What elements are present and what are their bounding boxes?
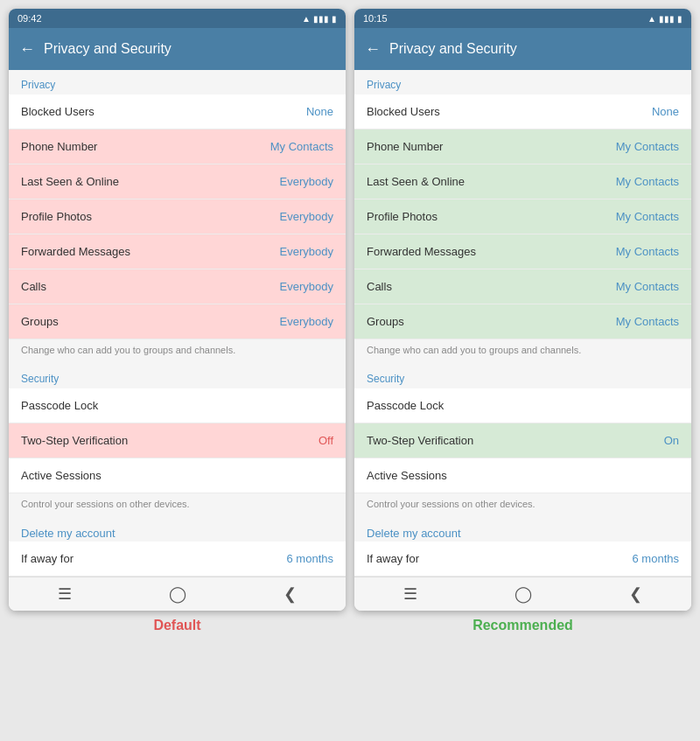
left-two-step-row[interactable]: Two-Step Verification Off	[9, 423, 346, 458]
right-forwarded-messages-row[interactable]: Forwarded Messages My Contacts	[354, 234, 691, 269]
right-blocked-users-row[interactable]: Blocked Users None	[354, 94, 691, 129]
right-if-away-row[interactable]: If away for 6 months	[354, 542, 691, 577]
right-profile-photos-row[interactable]: Profile Photos My Contacts	[354, 199, 691, 234]
right-content: Privacy Blocked Users None Phone Number …	[354, 70, 691, 577]
right-groups-value: My Contacts	[616, 315, 679, 328]
right-delete-account-link[interactable]: Delete my account	[354, 518, 691, 542]
left-phone: 09:42 ▲ ▮▮▮ ▮ ← Privacy and Security Pri…	[9, 9, 346, 611]
battery-icon: ▮	[332, 14, 337, 24]
left-profile-photos-row[interactable]: Profile Photos Everybody	[9, 199, 346, 234]
left-blocked-users-value: None	[306, 105, 333, 118]
right-signal-icon: ▮▮▮	[659, 14, 675, 24]
left-phone-number-row[interactable]: Phone Number My Contacts	[9, 129, 346, 164]
left-groups-hint: Change who can add you to groups and cha…	[9, 339, 346, 364]
right-passcode-lock-label: Passcode Lock	[367, 399, 444, 412]
left-forwarded-messages-row[interactable]: Forwarded Messages Everybody	[9, 234, 346, 269]
signal-icon: ▮▮▮	[313, 14, 329, 24]
left-back-button[interactable]: ←	[19, 40, 35, 59]
left-phone-number-label: Phone Number	[21, 140, 97, 153]
right-last-seen-label: Last Seen & Online	[367, 175, 465, 188]
right-groups-row[interactable]: Groups My Contacts	[354, 304, 691, 339]
right-battery-icon: ▮	[677, 14, 682, 24]
left-nav-menu-icon[interactable]: ☰	[58, 584, 72, 604]
right-calls-label: Calls	[367, 280, 392, 293]
left-profile-photos-label: Profile Photos	[21, 210, 92, 223]
right-calls-row[interactable]: Calls My Contacts	[354, 269, 691, 304]
left-last-seen-row[interactable]: Last Seen & Online Everybody	[9, 164, 346, 199]
left-forwarded-messages-label: Forwarded Messages	[21, 245, 130, 258]
right-nav-home-icon[interactable]: ◯	[514, 584, 532, 604]
right-blocked-users-value: None	[652, 105, 679, 118]
left-nav-bar: ☰ ◯ ❮	[9, 577, 346, 611]
right-active-sessions-label: Active Sessions	[367, 469, 447, 482]
right-passcode-lock-row[interactable]: Passcode Lock	[354, 388, 691, 423]
right-time: 10:15	[363, 13, 388, 24]
right-status-icons: ▲ ▮▮▮ ▮	[648, 14, 682, 24]
left-delete-account-link[interactable]: Delete my account	[9, 518, 346, 542]
left-groups-row[interactable]: Groups Everybody	[9, 304, 346, 339]
recommended-label: Recommended	[354, 618, 691, 633]
left-status-icons: ▲ ▮▮▮ ▮	[302, 14, 337, 24]
left-if-away-value: 6 months	[287, 552, 333, 565]
left-if-away-row[interactable]: If away for 6 months	[9, 542, 346, 577]
left-forwarded-messages-value: Everybody	[280, 245, 333, 258]
right-two-step-label: Two-Step Verification	[367, 434, 473, 447]
right-if-away-label: If away for	[367, 552, 419, 565]
left-active-sessions-row[interactable]: Active Sessions	[9, 458, 346, 493]
right-two-step-value: On	[664, 434, 679, 447]
right-profile-photos-value: My Contacts	[616, 210, 679, 223]
left-time: 09:42	[18, 13, 42, 24]
left-passcode-lock-row[interactable]: Passcode Lock	[9, 388, 346, 423]
right-groups-hint: Change who can add you to groups and cha…	[354, 339, 691, 364]
left-sessions-hint: Control your sessions on other devices.	[9, 493, 346, 518]
left-if-away-label: If away for	[21, 552, 74, 565]
right-page-title: Privacy and Security	[389, 41, 517, 57]
right-forwarded-messages-value: My Contacts	[616, 245, 679, 258]
left-security-label: Security	[9, 364, 346, 388]
left-blocked-users-row[interactable]: Blocked Users None	[9, 94, 346, 129]
left-active-sessions-label: Active Sessions	[21, 469, 102, 482]
right-blocked-users-label: Blocked Users	[367, 105, 440, 118]
right-phone-number-value: My Contacts	[616, 140, 679, 153]
right-wifi-icon: ▲	[648, 14, 656, 24]
right-calls-value: My Contacts	[616, 280, 679, 293]
right-phone-number-label: Phone Number	[367, 140, 443, 153]
left-calls-value: Everybody	[280, 280, 333, 293]
right-back-button[interactable]: ←	[365, 40, 381, 59]
left-groups-value: Everybody	[280, 315, 333, 328]
left-phone-number-value: My Contacts	[270, 140, 333, 153]
wifi-icon: ▲	[302, 14, 311, 24]
right-nav-back-icon[interactable]: ❮	[629, 584, 642, 604]
right-last-seen-value: My Contacts	[616, 175, 679, 188]
left-last-seen-value: Everybody	[280, 175, 333, 188]
right-two-step-row[interactable]: Two-Step Verification On	[354, 423, 691, 458]
left-groups-label: Groups	[21, 315, 59, 328]
right-last-seen-row[interactable]: Last Seen & Online My Contacts	[354, 164, 691, 199]
left-two-step-value: Off	[318, 434, 333, 447]
right-security-label: Security	[354, 364, 691, 388]
left-two-step-label: Two-Step Verification	[21, 434, 128, 447]
right-nav-bar: ☰ ◯ ❮	[354, 577, 691, 611]
left-calls-row[interactable]: Calls Everybody	[9, 269, 346, 304]
right-phone: 10:15 ▲ ▮▮▮ ▮ ← Privacy and Security Pri…	[354, 9, 691, 611]
left-app-header: ← Privacy and Security	[9, 28, 346, 70]
comparison-labels: Default Recommended	[9, 618, 691, 633]
right-sessions-hint: Control your sessions on other devices.	[354, 493, 691, 518]
left-content: Privacy Blocked Users None Phone Number …	[9, 70, 346, 577]
left-nav-back-icon[interactable]: ❮	[284, 584, 297, 604]
left-calls-label: Calls	[21, 280, 46, 293]
right-privacy-label: Privacy	[354, 70, 691, 94]
left-nav-home-icon[interactable]: ◯	[169, 584, 186, 604]
right-nav-menu-icon[interactable]: ☰	[403, 584, 417, 604]
left-profile-photos-value: Everybody	[280, 210, 333, 223]
right-phone-number-row[interactable]: Phone Number My Contacts	[354, 129, 691, 164]
left-last-seen-label: Last Seen & Online	[21, 175, 119, 188]
left-blocked-users-label: Blocked Users	[21, 105, 94, 118]
left-privacy-label: Privacy	[9, 70, 346, 94]
right-forwarded-messages-label: Forwarded Messages	[367, 245, 476, 258]
right-profile-photos-label: Profile Photos	[367, 210, 438, 223]
right-groups-label: Groups	[367, 315, 404, 328]
left-status-bar: 09:42 ▲ ▮▮▮ ▮	[9, 9, 346, 28]
right-active-sessions-row[interactable]: Active Sessions	[354, 458, 691, 493]
default-label: Default	[9, 618, 346, 633]
